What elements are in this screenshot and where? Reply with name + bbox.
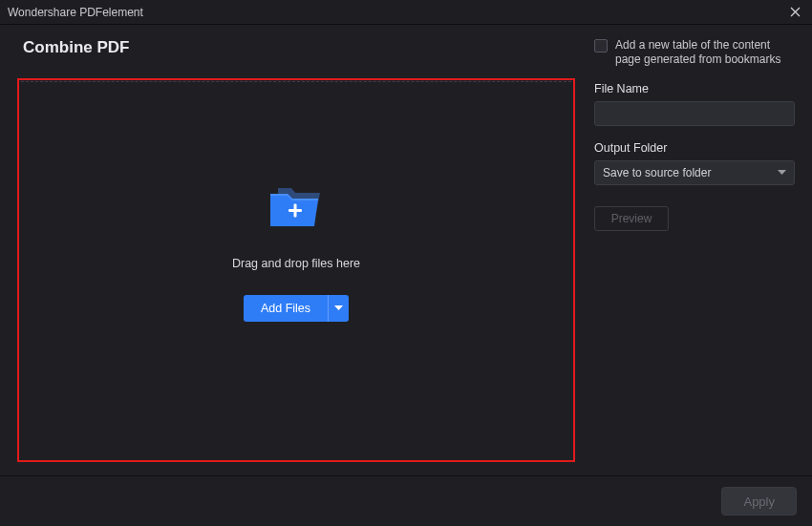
- add-files-group: Add Files: [244, 295, 349, 322]
- apply-button[interactable]: Apply: [721, 487, 797, 515]
- dropzone-highlight: Drag and drop files here Add Files: [17, 78, 575, 462]
- file-name-label: File Name: [594, 82, 795, 95]
- right-pane: Add a new table of the content page gene…: [585, 25, 812, 475]
- titlebar: Wondershare PDFelement: [0, 0, 812, 25]
- content-area: Combine PDF Drag and drop files here Add…: [0, 25, 812, 475]
- footer: Apply: [0, 475, 812, 526]
- chevron-down-icon: [778, 170, 786, 176]
- output-folder-select[interactable]: Save to source folder: [594, 160, 795, 185]
- add-folder-icon: [265, 182, 328, 230]
- toc-checkbox-row: Add a new table of the content page gene…: [594, 38, 795, 67]
- add-files-button[interactable]: Add Files: [244, 295, 328, 322]
- dropzone-hint: Drag and drop files here: [232, 257, 360, 270]
- chevron-down-icon: [334, 305, 343, 311]
- close-icon: [790, 7, 801, 17]
- dropzone[interactable]: Drag and drop files here Add Files: [21, 81, 571, 459]
- svg-rect-1: [294, 203, 297, 217]
- file-name-input[interactable]: [594, 101, 795, 126]
- page-title: Combine PDF: [23, 38, 573, 57]
- toc-checkbox[interactable]: [594, 39, 608, 53]
- left-pane: Combine PDF Drag and drop files here Add…: [0, 25, 585, 475]
- preview-button[interactable]: Preview: [594, 206, 669, 231]
- app-title: Wondershare PDFelement: [8, 6, 785, 19]
- output-folder-label: Output Folder: [594, 141, 795, 155]
- close-button[interactable]: [785, 3, 804, 22]
- output-folder-selected: Save to source folder: [603, 166, 711, 179]
- file-name-group: File Name: [594, 82, 795, 126]
- output-folder-group: Output Folder Save to source folder: [594, 141, 795, 185]
- add-files-dropdown-button[interactable]: [328, 295, 349, 322]
- toc-checkbox-label: Add a new table of the content page gene…: [615, 38, 795, 67]
